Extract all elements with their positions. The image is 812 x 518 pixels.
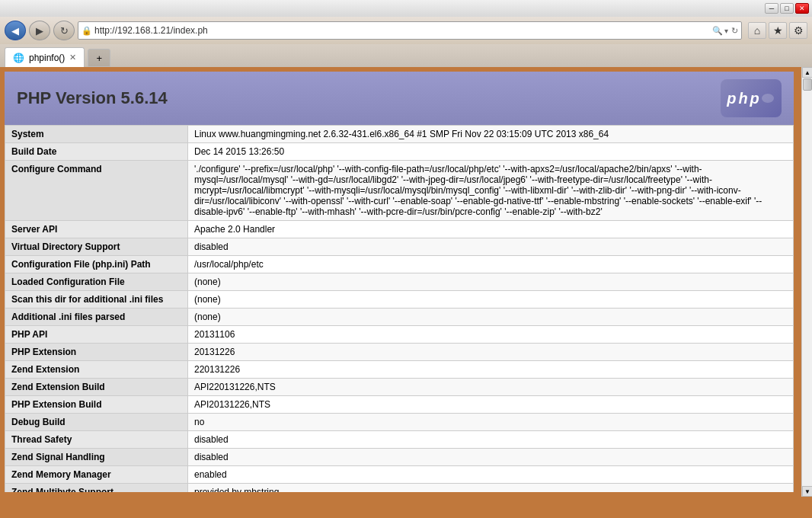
info-table: SystemLinux www.huangmingming.net 2.6.32…: [5, 125, 794, 492]
row-label: PHP Extension: [5, 344, 188, 361]
php-header: PHP Version 5.6.14 php: [5, 72, 794, 125]
row-value: disabled: [188, 431, 794, 449]
table-row: PHP Extension BuildAPI20131226,NTS: [5, 396, 794, 414]
tab-phpinfo[interactable]: 🌐 phpinfo() ✕: [5, 47, 85, 67]
scroll-up-button[interactable]: ▲: [802, 67, 812, 78]
row-label: Additional .ini files parsed: [5, 309, 188, 326]
address-text: http://192.168.1.21/index.ph: [94, 25, 712, 36]
close-button[interactable]: ✕: [795, 3, 809, 14]
table-row: Zend Memory Managerenabled: [5, 466, 794, 484]
php-version-title: PHP Version 5.6.14: [17, 88, 168, 108]
scroll-down-button[interactable]: ▼: [802, 486, 812, 497]
row-value: API220131226,NTS: [188, 379, 794, 396]
search-icon: 🔍: [712, 26, 723, 36]
address-bar[interactable]: 🔒 http://192.168.1.21/index.ph 🔍 ▾ ↻: [78, 21, 742, 40]
new-tab-button[interactable]: +: [88, 49, 110, 67]
php-logo-elephant: [760, 91, 775, 106]
table-row: PHP API20131106: [5, 326, 794, 344]
row-value: (none): [188, 291, 794, 309]
table-row: Zend Extension BuildAPI220131226,NTS: [5, 379, 794, 396]
security-icon: 🔒: [82, 26, 92, 36]
row-label: Thread Safety: [5, 431, 188, 449]
row-label: Configuration File (php.ini) Path: [5, 256, 188, 273]
row-label: Zend Multibyte Support: [5, 484, 188, 493]
row-value: no: [188, 414, 794, 431]
row-value: Dec 14 2015 13:26:50: [188, 143, 794, 161]
table-row: Build DateDec 14 2015 13:26:50: [5, 143, 794, 161]
tab-title: phpinfo(): [29, 53, 65, 63]
table-row: Server APIApache 2.0 Handler: [5, 221, 794, 238]
favorites-button[interactable]: ★: [769, 22, 787, 39]
refresh-small-icon[interactable]: ↻: [731, 26, 738, 36]
home-button[interactable]: ⌂: [748, 22, 766, 39]
table-row: Zend Multibyte Supportprovided by mbstri…: [5, 484, 794, 493]
row-label: PHP Extension Build: [5, 396, 188, 414]
php-logo-text: php: [727, 90, 762, 107]
table-row: Configuration File (php.ini) Path/usr/lo…: [5, 256, 794, 273]
row-value: disabled: [188, 449, 794, 466]
row-value: 20131226: [188, 344, 794, 361]
row-label: Scan this dir for additional .ini files: [5, 291, 188, 309]
row-label: System: [5, 126, 188, 143]
row-value: 220131226: [188, 361, 794, 379]
tab-close-button[interactable]: ✕: [69, 53, 76, 62]
svg-point-0: [762, 94, 774, 103]
scroll-thumb[interactable]: [803, 78, 812, 91]
row-label: Zend Extension Build: [5, 379, 188, 396]
row-label: Server API: [5, 221, 188, 238]
table-row: PHP Extension20131226: [5, 344, 794, 361]
row-label: Virtual Directory Support: [5, 238, 188, 256]
table-wrapper: SystemLinux www.huangmingming.net 2.6.32…: [5, 125, 794, 492]
title-bar: ─ □ ✕: [0, 0, 812, 17]
row-value: provided by mbstring: [188, 484, 794, 493]
browser-chrome: ◀ ▶ ↻ 🔒 http://192.168.1.21/index.ph 🔍 ▾…: [0, 17, 812, 44]
row-label: Debug Build: [5, 414, 188, 431]
row-value: 20131106: [188, 326, 794, 344]
scrollbar: ▲ ▼: [801, 67, 812, 497]
table-row: Loaded Configuration File(none): [5, 273, 794, 291]
row-value: Linux www.huangmingming.net 2.6.32-431.e…: [188, 126, 794, 143]
tab-bar: 🌐 phpinfo() ✕ +: [0, 44, 812, 67]
row-label: Loaded Configuration File: [5, 273, 188, 291]
table-row: Zend Extension220131226: [5, 361, 794, 379]
row-label: Configure Command: [5, 161, 188, 221]
row-value: Apache 2.0 Handler: [188, 221, 794, 238]
settings-button[interactable]: ⚙: [789, 22, 807, 39]
row-label: Zend Signal Handling: [5, 449, 188, 466]
table-row: SystemLinux www.huangmingming.net 2.6.32…: [5, 126, 794, 143]
table-row: Virtual Directory Supportdisabled: [5, 238, 794, 256]
row-value: (none): [188, 273, 794, 291]
page-content: PHP Version 5.6.14 php SystemLinux www.h…: [5, 72, 794, 492]
row-value: API20131226,NTS: [188, 396, 794, 414]
tab-favicon: 🌐: [13, 53, 24, 63]
php-logo: php: [721, 79, 782, 117]
restore-button[interactable]: □: [780, 3, 794, 14]
minimize-button[interactable]: ─: [765, 3, 778, 14]
table-row: Debug Buildno: [5, 414, 794, 431]
row-value: enabled: [188, 466, 794, 484]
forward-button[interactable]: ▶: [29, 21, 50, 40]
row-label: PHP API: [5, 326, 188, 344]
dropdown-icon[interactable]: ▾: [724, 27, 728, 35]
row-label: Zend Extension: [5, 361, 188, 379]
row-value: (none): [188, 309, 794, 326]
back-button[interactable]: ◀: [5, 21, 26, 40]
table-row: Thread Safetydisabled: [5, 431, 794, 449]
table-row: Configure Command'./configure' '--prefix…: [5, 161, 794, 221]
table-row: Zend Signal Handlingdisabled: [5, 449, 794, 466]
refresh-button[interactable]: ↻: [53, 21, 75, 40]
row-label: Build Date: [5, 143, 188, 161]
table-row: Scan this dir for additional .ini files(…: [5, 291, 794, 309]
row-value: './configure' '--prefix=/usr/local/php' …: [188, 161, 794, 221]
row-value: /usr/local/php/etc: [188, 256, 794, 273]
row-label: Zend Memory Manager: [5, 466, 188, 484]
row-value: disabled: [188, 238, 794, 256]
table-row: Additional .ini files parsed(none): [5, 309, 794, 326]
content-wrapper: PHP Version 5.6.14 php SystemLinux www.h…: [0, 67, 812, 497]
